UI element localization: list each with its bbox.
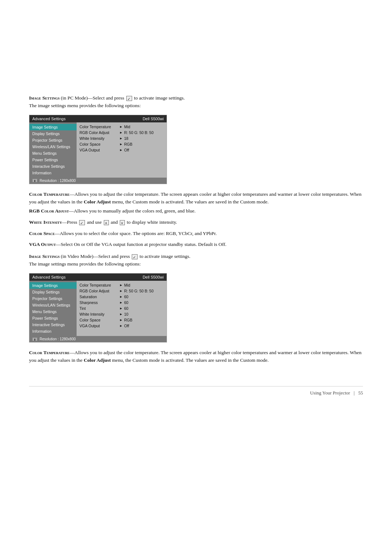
top-spacer — [29, 22, 363, 94]
video-sidebar-wireless-lan: Wireless/LAN Settings — [29, 302, 77, 308]
resolution-icon-pc: ▮ — [32, 179, 37, 182]
video-mode-menu-screenshot: Advanced Settings Dell S500wi Image Sett… — [29, 273, 167, 343]
pc-sidebar-menu-settings: Menu Settings — [29, 150, 77, 157]
arrow-up-icon: ∧ — [104, 220, 109, 225]
pc-sidebar-projector-settings: Projector Settings — [29, 137, 77, 143]
video-row-saturation: Saturation ► 60 — [77, 294, 167, 300]
color-adjust-bold-video: Color Adjust — [84, 357, 111, 363]
pc-row-vga-output: VGA Output ► Off — [77, 147, 167, 153]
pc-mode-menu-screenshot: Advanced Settings Dell S500wi Image Sett… — [29, 115, 167, 184]
pc-sidebar-power-settings: Power Settings — [29, 157, 77, 163]
enter-icon-white — [79, 220, 85, 225]
arrow-down-icon: ∨ — [120, 220, 125, 225]
video-menu-titlebar: Advanced Settings Dell S500wi — [29, 274, 167, 281]
footer-text: Using Your Projector — [310, 390, 350, 396]
pc-menu-footer: ▮ Resolution : 1280x800 — [29, 178, 167, 184]
pc-rgb-adjust-label: RGB Color Adjust — [29, 208, 69, 214]
pc-row-white-intensity: White Intensity ► 18 — [77, 135, 167, 141]
video-mode-heading-mode: (in Video Mode) — [61, 254, 94, 259]
video-menu-sidebar: Image Settings Display Settings Projecto… — [29, 281, 77, 336]
video-sidebar-information: Information — [29, 328, 77, 335]
pc-menu-titlebar: Advanced Settings Dell S500wi — [29, 115, 167, 122]
video-row-color-space: Color Space ► RGB — [77, 317, 167, 323]
video-sidebar-image-settings: Image Settings — [29, 282, 77, 289]
video-resolution-text: Resolution : 1280x800 — [40, 337, 76, 341]
video-mode-heading: Image Settings — [29, 254, 60, 259]
pc-row-rgb-adjust: RGB Color Adjust ► R: 50 G: 50 B: 50 — [77, 130, 167, 135]
video-row-color-temp: Color Temperature ► Mid — [77, 282, 167, 288]
video-row-vga-output: VGA Output ► Off — [77, 323, 167, 329]
enter-icon-pc — [126, 96, 132, 101]
page-number: 55 — [358, 390, 363, 396]
pc-sidebar-interactive: Interactive Settings — [29, 163, 77, 170]
pc-mode-heading-mode: (in PC Mode) — [61, 95, 88, 101]
pc-menu-title-right: Dell S500wi — [143, 117, 164, 121]
pc-menu-sidebar: Image Settings Display Settings Projecto… — [29, 122, 77, 178]
video-menu-title-right: Dell S500wi — [143, 275, 164, 279]
pc-mode-heading: Image Settings — [29, 95, 60, 101]
pc-menu-content: Color Temperature ► Mid RGB Color Adjust… — [77, 122, 167, 178]
video-sidebar-interactive: Interactive Settings — [29, 321, 77, 328]
pc-color-space-item: Color Space—Allows you to select the col… — [29, 230, 363, 238]
video-color-temp-label: Color Temperature — [29, 350, 70, 355]
color-adjust-bold-pc: Color Adjust — [84, 199, 111, 204]
page-content: Image Settings (in PC Mode)—Select and p… — [29, 22, 363, 396]
enter-icon-video — [132, 254, 138, 259]
video-sidebar-display-settings: Display Settings — [29, 289, 77, 295]
pc-vga-output-label: VGA Output — [29, 242, 56, 247]
pc-row-color-space: Color Space ► RGB — [77, 141, 167, 147]
pc-row-color-temp: Color Temperature ► Mid — [77, 124, 167, 130]
video-menu-footer: ▮ Resolution : 1280x800 — [29, 336, 167, 342]
video-row-white-intensity: White Intensity ► 10 — [77, 311, 167, 317]
pc-color-temp-label: Color Temperature — [29, 191, 70, 197]
pc-rgb-adjust-item: RGB Color Adjust—Allows you to manually … — [29, 207, 363, 215]
pc-white-intensity-item: White Intensity—Press and use ∧ and ∨ to… — [29, 219, 363, 226]
pc-sidebar-display-settings: Display Settings — [29, 130, 77, 137]
video-color-temp-item: Color Temperature—Allows you to adjust t… — [29, 349, 363, 364]
pc-resolution-text: Resolution : 1280x800 — [40, 179, 76, 183]
video-menu-content: Color Temperature ► Mid RGB Color Adjust… — [77, 281, 167, 336]
pc-sidebar-wireless-lan: Wireless/LAN Settings — [29, 143, 77, 150]
resolution-icon-video: ▮ — [32, 337, 37, 341]
pc-mode-intro: Image Settings (in PC Mode)—Select and p… — [29, 94, 363, 110]
video-sidebar-projector-settings: Projector Settings — [29, 295, 77, 302]
pc-sidebar-information: Information — [29, 170, 77, 176]
video-sidebar-menu-settings: Menu Settings — [29, 308, 77, 315]
pc-white-intensity-label: White Intensity — [29, 219, 62, 225]
footer-divider: | — [354, 390, 355, 396]
pc-menu-body: Image Settings Display Settings Projecto… — [29, 122, 167, 178]
video-mode-intro: Image Settings (in Video Mode)—Select an… — [29, 253, 363, 268]
video-menu-title-left: Advanced Settings — [32, 275, 66, 279]
pc-menu-title-left: Advanced Settings — [32, 117, 66, 121]
video-row-sharpness: Sharpness ► 60 — [77, 300, 167, 305]
pc-sidebar-image-settings: Image Settings — [29, 124, 77, 130]
video-row-tint: Tint ► 60 — [77, 305, 167, 311]
pc-color-temp-item: Color Temperature—Allows you to adjust t… — [29, 191, 363, 206]
pc-vga-output-item: VGA Output—Select On or Off the VGA outp… — [29, 241, 363, 248]
video-menu-body: Image Settings Display Settings Projecto… — [29, 281, 167, 336]
pc-color-space-label: Color Space — [29, 231, 55, 236]
video-row-rgb-adjust: RGB Color Adjust ► R: 50 G: 50 B: 50 — [77, 288, 167, 294]
page-footer: Using Your Projector | 55 — [29, 386, 363, 396]
video-sidebar-power-settings: Power Settings — [29, 315, 77, 321]
